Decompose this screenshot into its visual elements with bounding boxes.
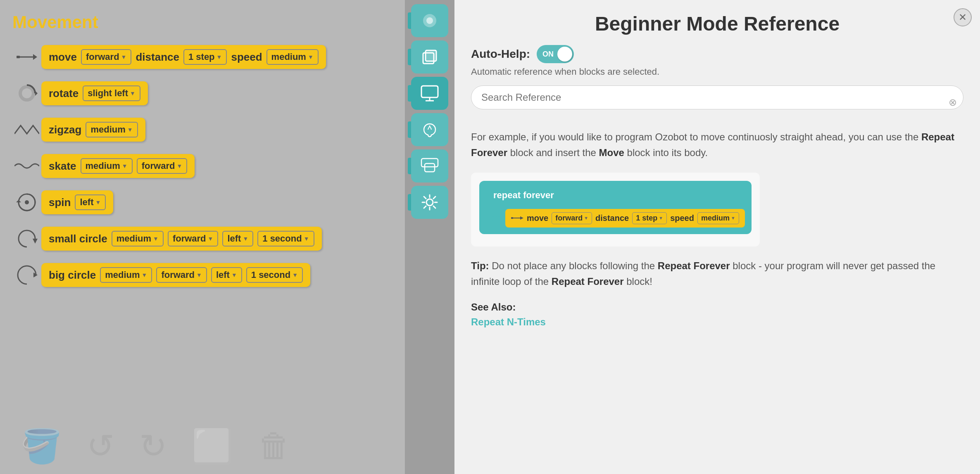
rotate-block[interactable]: rotate slight left — [41, 81, 148, 105]
mini-move-label: move — [527, 213, 548, 223]
code-illustration: repeat forever do move forward distance … — [471, 173, 760, 246]
toggle-on-label: ON — [542, 50, 554, 59]
zigzag-block-row: zigzag medium — [12, 117, 392, 142]
small-circle-time-dropdown[interactable]: 1 second — [257, 231, 314, 246]
skate-speed-dropdown[interactable]: medium — [81, 158, 133, 174]
svg-rect-2 — [17, 56, 20, 58]
speed-label: speed — [231, 51, 262, 64]
small-circle-label: small circle — [49, 232, 107, 245]
ref-text-2: block and insert the — [507, 147, 599, 158]
watermark-icon-3: ↻ — [139, 427, 167, 466]
skate-block[interactable]: skate medium forward — [41, 154, 195, 178]
sidebar-btn-gear[interactable] — [411, 186, 448, 219]
close-button[interactable]: ✕ — [954, 8, 972, 26]
mini-step-dropdown[interactable]: 1 step — [632, 212, 667, 224]
rotate-direction-dropdown[interactable]: slight left — [83, 85, 140, 101]
big-circle-icon — [12, 263, 41, 287]
svg-rect-23 — [511, 217, 513, 219]
zigzag-label: zigzag — [49, 123, 81, 136]
move-speed-dropdown[interactable]: medium — [266, 49, 319, 65]
mini-forward-dropdown[interactable]: forward — [552, 212, 592, 224]
ref-text-3: block into its body. — [624, 147, 708, 158]
search-input[interactable] — [471, 85, 963, 109]
repeat-forever-block: repeat forever — [486, 186, 745, 205]
big-circle-speed-dropdown[interactable]: medium — [100, 267, 152, 283]
skate-direction-dropdown[interactable]: forward — [137, 158, 188, 174]
svg-rect-14 — [426, 50, 436, 61]
zigzag-speed-dropdown[interactable]: medium — [86, 122, 138, 137]
watermark-icon-1: 🪣 — [21, 427, 62, 466]
spin-icon — [12, 190, 41, 215]
big-circle-label: big circle — [49, 269, 96, 282]
search-clear-button[interactable]: ⊗ — [949, 97, 957, 108]
skate-label: skate — [49, 160, 76, 173]
svg-point-8 — [25, 200, 29, 204]
watermark-icons: 🪣 ↺ ↻ ⬜ 🗑 — [21, 427, 291, 466]
sidebar-btn-brain[interactable] — [411, 113, 448, 146]
svg-point-4 — [22, 88, 32, 98]
sidebar-btn-loop[interactable] — [411, 149, 448, 182]
left-panel: Movement move forward distance 1 step sp… — [0, 0, 405, 474]
do-label: do — [490, 213, 501, 223]
skate-icon — [12, 154, 41, 178]
tip-text-3: block! — [626, 276, 652, 287]
spin-block-row: spin left — [12, 190, 392, 215]
mini-speed-label: speed — [670, 213, 694, 223]
search-wrapper: ⊗ — [471, 85, 963, 119]
auto-help-label: Auto-Help: — [471, 47, 530, 61]
mini-medium-dropdown[interactable]: medium — [697, 212, 739, 224]
small-circle-dir-dropdown[interactable]: forward — [168, 231, 219, 246]
skate-block-row: skate medium forward — [12, 154, 392, 178]
move-direction-dropdown[interactable]: forward — [81, 49, 132, 65]
auto-help-toggle[interactable]: ON — [537, 45, 574, 63]
auto-help-desc: Automatic reference when blocks are sele… — [471, 66, 963, 77]
ref-text-1: For example, if you would like to progra… — [471, 131, 921, 142]
big-circle-block-row: big circle medium forward left 1 second — [12, 263, 392, 287]
big-circle-time-dropdown[interactable]: 1 second — [246, 267, 303, 283]
zigzag-icon — [12, 117, 41, 142]
zigzag-block[interactable]: zigzag medium — [41, 118, 145, 142]
auto-help-row: Auto-Help: ON — [471, 45, 963, 63]
tip-bold: Tip: — [471, 260, 489, 271]
watermark-icon-5: 🗑 — [258, 427, 291, 466]
distance-label: distance — [136, 51, 179, 64]
rotate-block-row: rotate slight left — [12, 81, 392, 106]
sidebar-btn-move[interactable] — [411, 4, 448, 37]
spin-direction-dropdown[interactable]: left — [75, 194, 106, 210]
middle-sidebar — [405, 0, 454, 474]
svg-marker-22 — [520, 216, 523, 220]
small-circle-block[interactable]: small circle medium forward left 1 secon… — [41, 227, 322, 251]
big-circle-dir-dropdown[interactable]: forward — [156, 267, 207, 283]
svg-rect-19 — [425, 164, 435, 172]
spin-label: spin — [49, 196, 71, 209]
tip-bold-2: Repeat Forever — [658, 260, 730, 271]
sidebar-btn-screen[interactable] — [411, 77, 448, 110]
spin-block[interactable]: spin left — [41, 190, 113, 214]
sidebar-btn-copy[interactable] — [411, 40, 448, 73]
svg-marker-5 — [35, 91, 38, 96]
section-title: Movement — [12, 12, 392, 32]
rotate-label: rotate — [49, 87, 78, 100]
move-block-row: move forward distance 1 step speed mediu… — [12, 45, 392, 69]
big-circle-side-dropdown[interactable]: left — [211, 267, 242, 283]
svg-point-20 — [426, 199, 433, 206]
big-circle-block[interactable]: big circle medium forward left 1 second — [41, 263, 310, 287]
small-circle-side-dropdown[interactable]: left — [222, 231, 253, 246]
see-also-link[interactable]: Repeat N-Times — [471, 316, 546, 327]
mini-move-block: move forward distance 1 step speed mediu… — [505, 209, 745, 228]
toggle-knob — [557, 47, 572, 62]
svg-rect-18 — [421, 159, 438, 167]
see-also-label: See Also: — [471, 301, 963, 313]
move-label: move — [49, 51, 77, 64]
move-block[interactable]: move forward distance 1 step speed mediu… — [41, 45, 326, 69]
ref-bold-2: Move — [599, 147, 624, 158]
small-circle-speed-dropdown[interactable]: medium — [112, 231, 164, 246]
svg-marker-9 — [33, 239, 38, 244]
reference-text: For example, if you would like to progra… — [471, 129, 963, 161]
small-circle-icon — [12, 226, 41, 251]
panel-title: Beginner Mode Reference — [471, 12, 963, 35]
watermark-icon-4: ⬜ — [192, 427, 233, 466]
move-distance-dropdown[interactable]: 1 step — [183, 49, 227, 65]
svg-marker-7 — [16, 200, 21, 202]
repeat-forever-wrapper: repeat forever do move forward distance … — [479, 181, 752, 234]
